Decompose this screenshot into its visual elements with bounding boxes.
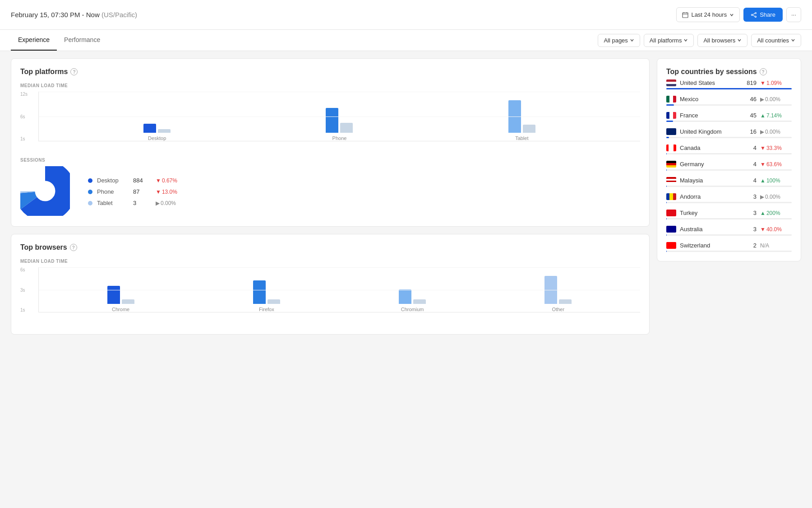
country-row-gb: United Kingdom 16 ▶ 0.00% [666, 128, 792, 135]
timezone-text: (US/Pacific) [102, 11, 137, 19]
other-bar-secondary [559, 299, 572, 304]
country-row-ad: Andorra 3 ▶ 0.00% [666, 193, 792, 200]
country-row-mx: Mexico 46 ▶ 0.00% [666, 96, 792, 103]
country-count-fr: 45 [743, 112, 757, 119]
browsers-median-load-label: MEDIAN LOAD TIME [20, 259, 640, 264]
phone-label: Phone [332, 135, 347, 141]
country-item-fr: France 45 ▲ 7.14% [666, 112, 792, 122]
chromium-bar-group: Chromium [399, 289, 426, 312]
country-name-de: Germany [680, 161, 739, 168]
country-bar-fill-gb [666, 137, 669, 138]
country-bar-fill-tr [666, 218, 667, 219]
flag-mx [666, 96, 676, 103]
legend-item-phone: Phone 87 ▼ 13.0% [88, 188, 177, 195]
country-count-my: 4 [743, 177, 757, 184]
country-item-de: Germany 4 ▼ 63.6% [666, 161, 792, 171]
country-count-de: 4 [743, 161, 757, 168]
legend-item-tablet: Tablet 3 ▶ 0.00% [88, 200, 177, 206]
other-label: Other [552, 307, 565, 312]
desktop-label: Desktop [148, 135, 166, 141]
flag-ad [666, 193, 676, 200]
countries-list: United States 819 ▼ 1.09% Mexico 46 ▶ 0.… [666, 79, 792, 252]
browsers-y-1: 1s [20, 308, 25, 312]
country-bar-fill-ch [666, 251, 667, 252]
main-content: Top platforms ? MEDIAN LOAD TIME 12s 6s … [0, 51, 812, 342]
chrome-label: Chrome [112, 307, 129, 312]
desktop-bar-main [143, 124, 156, 133]
tab-performance[interactable]: Performance [57, 30, 107, 51]
legend-dot-phone [88, 190, 92, 194]
chromium-bars [399, 289, 426, 304]
country-change-my: ▲ 100% [760, 177, 792, 184]
firefox-bars [253, 280, 280, 304]
country-row-ca: Canada 4 ▼ 33.3% [666, 144, 792, 151]
firefox-bar-group: Firefox [253, 280, 280, 312]
country-change-tr: ▲ 200% [760, 210, 792, 216]
legend-change-phone: ▼ 13.0% [156, 189, 177, 195]
all-browsers-filter[interactable]: All browsers [697, 34, 747, 47]
time-range-button[interactable]: Last 24 hours [676, 7, 740, 22]
chromium-label: Chromium [401, 307, 424, 312]
chart-area: Desktop Phone [38, 92, 640, 141]
sessions-legend: Desktop 884 ▼ 0.67% Phone 87 ▼ 13.0% [88, 177, 177, 206]
left-panel: Top platforms ? MEDIAN LOAD TIME 12s 6s … [11, 58, 650, 335]
all-countries-filter[interactable]: All countries [751, 34, 801, 47]
chevron-down-icon [737, 38, 742, 42]
country-item-au: Australia 3 ▼ 40.0% [666, 226, 792, 236]
phone-bar-main [326, 108, 338, 133]
countries-help-icon[interactable]: ? [760, 68, 767, 75]
top-browsers-title: Top browsers [20, 243, 67, 252]
share-label: Share [760, 11, 775, 18]
filters: All pages All platforms All browsers All… [598, 30, 801, 51]
flag-tr [666, 210, 676, 216]
phone-bar-group: Phone [326, 108, 353, 141]
browsers-card-title: Top browsers ? [20, 243, 640, 252]
browsers-y-axis: 6s 3s 1s [20, 267, 25, 322]
country-count-ch: 2 [743, 242, 757, 249]
country-change-ch: N/A [760, 242, 792, 249]
country-item-tr: Turkey 3 ▲ 200% [666, 210, 792, 219]
country-bar-bg-ch [666, 251, 792, 252]
y-label-12: 12s [20, 92, 28, 97]
country-change-us: ▼ 1.09% [760, 80, 792, 86]
firefox-label: Firefox [259, 307, 274, 312]
chevron-down-icon [630, 38, 634, 42]
all-platforms-filter[interactable]: All platforms [644, 34, 694, 47]
more-options-button[interactable]: ··· [786, 7, 801, 22]
country-item-us: United States 819 ▼ 1.09% [666, 79, 792, 89]
country-row-fr: France 45 ▲ 7.14% [666, 112, 792, 119]
help-icon[interactable]: ? [70, 68, 78, 75]
country-name-fr: France [680, 112, 739, 119]
country-bar-bg-fr [666, 121, 792, 122]
browsers-grid-top [39, 267, 640, 268]
legend-count-desktop: 884 [133, 177, 151, 184]
country-item-ch: Switzerland 2 N/A [666, 242, 792, 252]
country-change-ca: ▼ 33.3% [760, 145, 792, 151]
country-bar-bg-us [666, 88, 792, 89]
browsers-y-6: 6s [20, 267, 25, 272]
desktop-bar-group: Desktop [143, 124, 171, 141]
top-bar: February 15, 07:30 PM - Now (US/Pacific)… [0, 0, 812, 30]
legend-name-desktop: Desktop [97, 177, 129, 184]
share-button[interactable]: Share [743, 8, 783, 22]
chrome-bar-secondary [122, 299, 134, 304]
svg-line-7 [752, 13, 755, 14]
browsers-help-icon[interactable]: ? [70, 244, 77, 251]
country-bar-fill-ad [666, 202, 667, 203]
card-title: Top platforms ? [20, 68, 640, 76]
all-pages-filter[interactable]: All pages [598, 34, 640, 47]
country-item-my: Malaysia 4 ▲ 100% [666, 177, 792, 187]
country-bar-bg-de [666, 169, 792, 171]
country-bar-fill-my [666, 186, 667, 187]
chrome-bar-main [107, 286, 120, 304]
firefox-bar-secondary [268, 299, 280, 304]
country-bar-bg-mx [666, 104, 792, 106]
tab-experience[interactable]: Experience [11, 30, 57, 51]
desktop-bar-secondary [158, 129, 171, 133]
country-change-gb: ▶ 0.00% [760, 129, 792, 135]
chromium-bar-secondary [413, 299, 426, 304]
country-count-au: 3 [743, 226, 757, 233]
sessions-label: SESSIONS [20, 158, 640, 163]
platforms-bar-chart: 12s 6s 1s [20, 92, 640, 150]
country-row-tr: Turkey 3 ▲ 200% [666, 210, 792, 216]
